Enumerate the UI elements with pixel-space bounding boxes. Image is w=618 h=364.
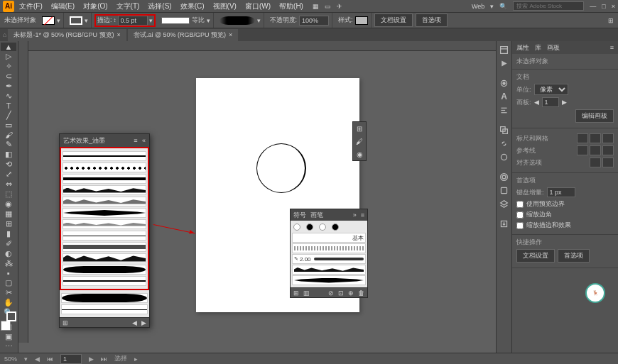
brush-item[interactable] (63, 151, 146, 161)
brush-item[interactable] (63, 265, 146, 275)
key-increment-input[interactable] (547, 187, 575, 197)
slice-tool[interactable]: ✂ (1, 288, 16, 297)
workspace-label[interactable]: Web (472, 3, 484, 10)
edit-toolbar[interactable]: ⋯ (1, 342, 16, 351)
lib-menu-icon[interactable]: ⊞ (293, 289, 299, 297)
window-max-icon[interactable]: □ (602, 3, 605, 10)
perspective-tool[interactable]: ▦ (1, 209, 16, 219)
artboard-tool[interactable]: ▢ (1, 278, 16, 287)
home-icon[interactable]: ⌂ (3, 31, 6, 38)
graph-tool[interactable]: ▪ (1, 269, 16, 277)
remove-stroke-icon[interactable]: ⊘ (328, 289, 334, 297)
panel-menu-icon[interactable]: » (353, 211, 357, 219)
panel-menu-icon[interactable]: ≡ (610, 44, 614, 51)
options-icon[interactable]: ⊡ (338, 289, 344, 297)
doc-tab-2[interactable]: 尝试.ai @ 50% (RGB/GPU 预览) × (128, 29, 238, 41)
stock-search-input[interactable] (513, 1, 584, 11)
free-transform-tool[interactable]: ⬚ (1, 189, 16, 199)
brush-item[interactable] (63, 231, 146, 241)
calligraphic-brush[interactable] (293, 224, 300, 231)
preview-bounds-check[interactable]: 使用预览边界 (516, 199, 614, 209)
panel-tab-symbols[interactable]: 符号 (293, 211, 306, 220)
lib-nav-icon[interactable]: ⊞ (63, 319, 68, 326)
status-arrow-icon[interactable]: ▸ (134, 355, 138, 363)
delete-icon[interactable]: 🗑 (358, 289, 364, 297)
artboard-nav-prev-icon[interactable]: ◀ (35, 355, 40, 363)
brush-item[interactable] (63, 208, 146, 218)
grid-toggle[interactable] (590, 133, 601, 143)
scale-corners-check[interactable]: 缩放边角 (516, 210, 614, 219)
brush-item[interactable] (292, 265, 366, 275)
window-close-icon[interactable]: × (612, 3, 615, 10)
smart-guide-toggle[interactable] (602, 145, 614, 155)
brush-item[interactable] (292, 275, 366, 285)
pen-tool[interactable]: ✒ (1, 82, 16, 91)
chevron-down-icon[interactable]: ▾ (24, 355, 28, 363)
brush-item[interactable] (63, 219, 146, 229)
chevron-down-icon[interactable]: ▾ (257, 17, 261, 24)
artboard-nav-last-icon[interactable]: ⏭ (101, 355, 107, 363)
menu-type[interactable]: 文字(T) (113, 0, 143, 13)
quick-docsetup-button[interactable]: 文档设置 (516, 249, 555, 263)
prefs-button[interactable]: 首选项 (416, 13, 448, 27)
snap-toggle[interactable] (602, 133, 614, 143)
brush-item[interactable] (63, 185, 146, 195)
close-icon[interactable]: × (117, 31, 121, 38)
ruler-toggle[interactable] (577, 133, 588, 143)
brush-item[interactable] (61, 304, 148, 314)
next-lib-icon[interactable]: ▶ (141, 319, 146, 326)
menu-view[interactable]: 视图(V) (210, 0, 240, 13)
bridge-icon[interactable]: ▦ (313, 3, 319, 10)
calligraphic-brush[interactable] (332, 224, 339, 231)
shape-builder-tool[interactable]: ◉ (1, 199, 16, 209)
stroke-color[interactable] (6, 311, 16, 321)
type-panel-icon[interactable]: A (499, 91, 510, 102)
brush-item[interactable] (61, 293, 148, 303)
properties-icon[interactable] (499, 44, 510, 55)
brush-basic[interactable]: 基本 (292, 233, 366, 243)
blend-tool[interactable]: ◐ (1, 249, 16, 258)
shaper-tool[interactable]: ✎ (1, 140, 16, 149)
var-width-profile[interactable] (161, 17, 190, 24)
eyedropper-tool[interactable]: ✐ (1, 239, 16, 248)
gradient-tool[interactable]: ▮ (1, 229, 16, 238)
appearance-icon[interactable] (499, 171, 510, 182)
hand-tool[interactable]: ✋ (1, 298, 16, 307)
canvas-area[interactable]: 艺术效果_油墨 ≡ « (18, 41, 496, 353)
brush-item[interactable] (63, 197, 146, 206)
menu-window[interactable]: 窗口(W) (242, 0, 274, 13)
doc-tab-1[interactable]: 未标题-1* @ 50% (RGB/GPU 预览) × (8, 29, 126, 41)
menu-help[interactable]: 帮助(H) (276, 0, 307, 13)
selection-tool[interactable]: ▲ (1, 43, 16, 51)
guide-vis-toggle[interactable] (577, 145, 588, 155)
magic-wand-tool[interactable]: ✧ (1, 62, 16, 71)
new-brush-icon[interactable]: ⊕ (348, 289, 354, 297)
asset-export-icon[interactable] (499, 218, 510, 229)
panel-menu-icon[interactable]: ≡ (361, 211, 364, 219)
libraries-icon[interactable]: ▥ (303, 289, 310, 297)
layers-icon[interactable] (499, 198, 510, 209)
chevron-down-icon[interactable]: ▾ (149, 17, 153, 24)
arrange-icon[interactable]: ▭ (325, 3, 331, 10)
brush-item[interactable]: ✎2.00 (292, 254, 366, 264)
artboard-nav-next-icon[interactable]: ▶ (89, 355, 94, 363)
zoom-level[interactable]: 50% (4, 355, 17, 363)
edit-artboards-button[interactable]: 编辑画板 (575, 109, 614, 123)
window-min-icon[interactable]: — (590, 3, 596, 10)
menu-file[interactable]: 文件(F) (16, 0, 46, 13)
line-tool[interactable]: ╱ (1, 111, 16, 120)
artboard-nav-first-icon[interactable]: ⏮ (47, 355, 53, 363)
panel-menu-icon[interactable]: ≡ (134, 137, 137, 144)
symbol-sprayer-tool[interactable]: ⁂ (1, 259, 16, 268)
brush-def-preview[interactable] (219, 16, 255, 25)
calligraphic-brush[interactable] (319, 224, 326, 231)
brush-tool[interactable]: 🖌 (1, 131, 16, 139)
scale-strokes-check[interactable]: 缩放描边和效果 (516, 221, 614, 230)
menu-edit[interactable]: 编辑(E) (48, 0, 78, 13)
menu-object[interactable]: 对象(O) (80, 0, 111, 13)
symbols-icon[interactable]: ◉ (354, 149, 364, 159)
stroke-weight-input[interactable] (118, 16, 148, 26)
stroke-swatch[interactable] (70, 16, 82, 25)
brush-item[interactable] (292, 243, 366, 253)
play-icon[interactable] (499, 57, 510, 69)
